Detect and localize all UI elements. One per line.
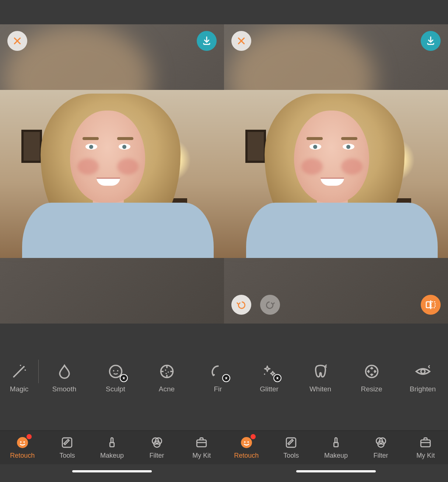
download-button[interactable] (197, 31, 217, 51)
face-mesh-icon (107, 363, 124, 380)
close-button[interactable] (231, 31, 251, 51)
bottom-nav: Retouch Tools Makeup Filter My Kit (0, 430, 448, 464)
close-icon (237, 36, 246, 46)
tool-label: Resize (361, 385, 382, 393)
pencil-square-icon (284, 436, 298, 450)
svg-point-4 (20, 365, 21, 366)
tool-resize[interactable]: Resize (346, 363, 397, 393)
nav-retouch[interactable]: Retouch (224, 431, 269, 464)
tool-magic[interactable]: Magic (0, 363, 38, 393)
svg-rect-0 (426, 302, 430, 308)
tool-brighten[interactable]: Brighten (397, 363, 448, 393)
nav-makeup[interactable]: Makeup (314, 431, 358, 464)
editor-panes (0, 24, 448, 324)
nav-filter[interactable]: Filter (358, 431, 403, 464)
close-icon (13, 36, 22, 46)
nav-label: My Kit (192, 452, 211, 460)
tool-label: Acne (159, 385, 175, 393)
svg-point-17 (165, 373, 167, 374)
nav-label: Filter (150, 452, 164, 460)
close-button[interactable] (7, 31, 27, 51)
tool-sculpt[interactable]: Sculpt (90, 363, 141, 393)
svg-point-23 (20, 441, 21, 443)
bottom-controls (231, 295, 441, 315)
tool-smooth[interactable]: Smooth (39, 363, 90, 393)
retouch-face-icon (15, 436, 29, 450)
nav-makeup[interactable]: Makeup (90, 431, 134, 464)
tool-whiten[interactable]: Whiten (295, 363, 346, 393)
svg-rect-35 (334, 443, 338, 447)
nav-label: Makeup (100, 452, 124, 460)
nav-retouch[interactable]: Retouch (0, 431, 45, 464)
lipstick-icon (105, 436, 119, 450)
kit-icon (419, 436, 433, 450)
svg-point-15 (165, 370, 166, 371)
tooth-icon (312, 363, 329, 380)
home-indicator-row (0, 464, 448, 482)
download-icon (202, 36, 212, 46)
premium-badge-icon (120, 374, 128, 382)
resize-circle-icon (363, 363, 380, 380)
svg-point-24 (23, 441, 25, 443)
page-top-gap (0, 0, 448, 24)
nav-label: Tools (59, 452, 75, 460)
nav-label: Tools (283, 452, 299, 460)
tool-label: Glitter (260, 385, 279, 393)
acne-target-icon (158, 363, 175, 380)
venn-icon (150, 436, 164, 450)
nav-filter[interactable]: Filter (134, 431, 179, 464)
tool-label: Magic (10, 385, 29, 393)
retouch-tool-strip[interactable]: Magic Smooth Sculpt Acne Fir Glitter (0, 354, 448, 402)
nav-mykit[interactable]: My Kit (403, 431, 448, 464)
tool-label: Smooth (52, 385, 76, 393)
home-indicator (296, 470, 376, 472)
download-button[interactable] (421, 31, 441, 51)
tool-glitter[interactable]: Glitter (244, 363, 295, 393)
nav-label: Retouch (10, 452, 35, 460)
svg-point-7 (113, 370, 114, 371)
svg-rect-1 (431, 302, 435, 308)
svg-rect-30 (197, 440, 206, 447)
undo-button[interactable] (231, 295, 251, 315)
compare-split-button[interactable] (421, 295, 441, 315)
nav-label: Retouch (234, 452, 259, 460)
photo-canvas[interactable] (0, 90, 224, 258)
svg-point-5 (25, 370, 26, 371)
tool-label: Fir (214, 385, 222, 393)
firm-arc-icon (210, 363, 227, 380)
compare-split-icon (425, 299, 437, 311)
tool-acne[interactable]: Acne (141, 363, 192, 393)
svg-rect-26 (110, 443, 114, 447)
svg-point-16 (167, 371, 169, 373)
svg-point-32 (244, 441, 245, 443)
nav-tools[interactable]: Tools (269, 431, 314, 464)
premium-badge-icon (273, 374, 281, 382)
svg-point-21 (421, 370, 425, 374)
svg-point-22 (17, 437, 28, 448)
tool-label: Whiten (309, 385, 331, 393)
lipstick-icon (329, 436, 343, 450)
svg-point-19 (264, 374, 265, 375)
redo-icon (265, 299, 276, 310)
photo-canvas[interactable] (224, 90, 448, 258)
tool-firm[interactable]: Fir (192, 363, 244, 393)
editor-pane-left (0, 24, 224, 324)
nav-label: Filter (374, 452, 388, 460)
redo-button[interactable] (260, 295, 280, 315)
eye-sparkle-icon (414, 363, 431, 380)
svg-point-33 (247, 441, 249, 443)
undo-icon (236, 299, 247, 310)
tool-label: Brighten (410, 385, 436, 393)
notification-dot-icon (251, 434, 256, 439)
svg-point-31 (241, 437, 252, 448)
venn-icon (374, 436, 388, 450)
nav-mykit[interactable]: My Kit (179, 431, 224, 464)
droplet-icon (56, 363, 73, 380)
editor-pane-right (224, 24, 448, 324)
nav-tools[interactable]: Tools (45, 431, 90, 464)
pencil-square-icon (60, 436, 74, 450)
top-controls (7, 31, 217, 51)
premium-badge-icon (222, 374, 230, 382)
top-controls (231, 31, 441, 51)
svg-point-3 (23, 366, 25, 367)
